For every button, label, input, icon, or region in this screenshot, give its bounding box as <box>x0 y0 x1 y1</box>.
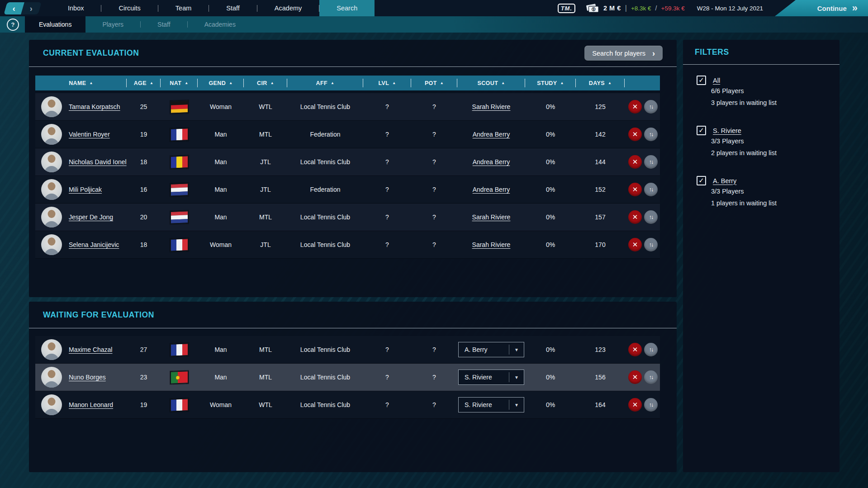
checkbox-s-riviere[interactable]: ✓ <box>697 126 706 135</box>
scout-link[interactable]: Andrea Berry <box>473 186 510 193</box>
player-name-link[interactable]: Nuno Borges <box>69 374 106 381</box>
player-row-tamara-korpatsch[interactable]: Tamara Korpatsch25WomanWTLLocal Tennis C… <box>35 93 660 121</box>
player-name-link[interactable]: Jesper De Jong <box>69 213 113 221</box>
days-value: 157 <box>576 213 625 221</box>
player-name-link[interactable]: Tamara Korpatsch <box>69 103 120 110</box>
column-header-name[interactable]: NAME▲ <box>35 76 127 90</box>
arrow-down-icon: ↓ <box>651 347 653 353</box>
avatar-body <box>44 409 59 415</box>
table-body: Tamara Korpatsch25WomanWTLLocal Tennis C… <box>35 93 660 259</box>
scout-link[interactable]: Andrea Berry <box>473 131 510 138</box>
subnav-tab-staff[interactable]: Staff <box>141 16 187 33</box>
player-name-link[interactable]: Valentin Royer <box>69 131 110 138</box>
column-header-lvl[interactable]: LVL▲ <box>363 76 411 90</box>
scout-dropdown[interactable]: S. Riviere▼ <box>458 370 524 385</box>
nav-tab-search[interactable]: Search <box>319 0 375 16</box>
remove-player-button[interactable]: ✕ <box>628 183 642 196</box>
affiliation-value: Local Tennis Club <box>287 241 363 248</box>
circuit-value: MTL <box>244 374 287 381</box>
column-header-days[interactable]: DAYS▲ <box>576 76 625 90</box>
player-row-manon-leonard[interactable]: Manon Leonard19WomanWTLLocal Tennis Club… <box>35 391 660 419</box>
nav-tab-staff[interactable]: Staff <box>209 0 257 16</box>
remove-player-button[interactable]: ✕ <box>628 128 642 141</box>
remove-player-button[interactable]: ✕ <box>628 398 642 412</box>
player-avatar <box>41 152 62 172</box>
remove-player-button[interactable]: ✕ <box>628 370 642 384</box>
potential-value: ? <box>411 186 457 193</box>
player-row-nuno-borges[interactable]: Nuno Borges23ManMTLLocal Tennis Club??S.… <box>35 364 660 391</box>
help-button[interactable]: ? <box>7 19 19 31</box>
scout-link[interactable]: Sarah Riviere <box>472 241 511 248</box>
remove-player-button[interactable]: ✕ <box>628 343 642 356</box>
reorder-button[interactable]: ↑↓ <box>644 183 658 196</box>
player-row-selena-janicijevic[interactable]: Selena Janicijevic18WomanJTLLocal Tennis… <box>35 231 660 259</box>
reorder-button[interactable]: ↑↓ <box>644 100 658 114</box>
subnav-tab-evaluations[interactable]: Evaluations <box>25 16 85 33</box>
player-row-jesper-de-jong[interactable]: Jesper De Jong20ManMTLLocal Tennis Club?… <box>35 204 660 231</box>
column-header-study[interactable]: STUDY▲ <box>525 76 576 90</box>
player-name-link[interactable]: Maxime Chazal <box>69 346 112 353</box>
checkbox-all[interactable]: ✓ <box>697 76 706 85</box>
nav-tab-circuits[interactable]: Circuits <box>101 0 157 16</box>
remove-player-button[interactable]: ✕ <box>628 100 642 114</box>
forward-button[interactable]: › <box>21 2 42 14</box>
scout-link[interactable]: Andrea Berry <box>473 158 510 166</box>
player-name-link[interactable]: Nicholas David Ionel <box>69 158 127 166</box>
scout-dropdown[interactable]: S. Riviere▼ <box>458 397 524 412</box>
filter-label-a-berry[interactable]: A. Berry <box>713 177 736 185</box>
reorder-button[interactable]: ↑↓ <box>644 210 658 224</box>
reorder-button[interactable]: ↑↓ <box>644 155 658 169</box>
dropdown-separator <box>509 400 509 410</box>
player-name-link[interactable]: Selena Janicijevic <box>69 241 119 248</box>
reorder-button[interactable]: ↑↓ <box>644 238 658 251</box>
column-header-cir[interactable]: CIR▲ <box>244 76 287 90</box>
row-actions: ✕↑↓ <box>625 210 660 224</box>
player-row-mili-poljicak[interactable]: Mili Poljicak16ManJTLFederation??Andrea … <box>35 176 660 204</box>
remove-player-button[interactable]: ✕ <box>628 238 642 251</box>
reorder-button[interactable]: ↑↓ <box>644 398 658 412</box>
player-name-link[interactable]: Mili Poljicak <box>69 186 102 193</box>
column-header-gend[interactable]: GEND▲ <box>198 76 244 90</box>
column-header-age[interactable]: AGE▲ <box>127 76 161 90</box>
column-header-pot[interactable]: POT▲ <box>411 76 457 90</box>
player-name-link[interactable]: Manon Leonard <box>69 401 113 408</box>
nav-tab-inbox[interactable]: Inbox <box>51 0 101 16</box>
reorder-button[interactable]: ↑↓ <box>644 370 658 384</box>
waiting-evaluation-table: Maxime Chazal27ManMTLLocal Tennis Club??… <box>35 336 660 419</box>
player-avatar <box>41 234 62 255</box>
nav-tab-team[interactable]: Team <box>158 0 209 16</box>
subnav-tab-players[interactable]: Players <box>85 16 140 33</box>
arrow-down-icon: ↓ <box>651 159 653 165</box>
reorder-button[interactable]: ↑↓ <box>644 343 658 356</box>
flag-fr <box>170 238 189 251</box>
player-row-nicholas-david-ionel[interactable]: Nicholas David Ionel18ManJTLLocal Tennis… <box>35 148 660 176</box>
subnav-tab-academies[interactable]: Academies <box>188 16 252 33</box>
flag-ro <box>170 155 189 169</box>
column-header-aff[interactable]: AFF▲ <box>287 76 363 90</box>
remove-player-button[interactable]: ✕ <box>628 155 642 169</box>
continue-button[interactable]: Continue » <box>775 0 868 16</box>
column-header-scout[interactable]: SCOUT▲ <box>457 76 525 90</box>
column-header-nat[interactable]: NAT▲ <box>161 76 198 90</box>
gender-value: Man <box>198 186 244 193</box>
checkbox-a-berry[interactable]: ✓ <box>697 176 706 185</box>
nav-tab-academy[interactable]: Academy <box>257 0 319 16</box>
flag-hr <box>170 183 189 196</box>
section-title-current: CURRENT EVALUATION <box>43 48 139 58</box>
scout-link[interactable]: Sarah Riviere <box>472 213 511 221</box>
player-row-maxime-chazal[interactable]: Maxime Chazal27ManMTLLocal Tennis Club??… <box>35 336 660 364</box>
reorder-button[interactable]: ↑↓ <box>644 128 658 141</box>
row-actions: ✕↑↓ <box>625 343 660 356</box>
filter-label-all[interactable]: All <box>713 77 720 84</box>
days-value: 144 <box>576 158 625 166</box>
scout-link[interactable]: Sarah Riviere <box>472 103 511 110</box>
age-value: 18 <box>127 158 161 166</box>
search-for-players-button[interactable]: Search for players › <box>584 46 663 61</box>
avatar-body <box>44 221 59 227</box>
chevron-down-icon: ▼ <box>509 403 524 407</box>
player-row-valentin-royer[interactable]: Valentin Royer19ManMTLFederation??Andrea… <box>35 121 660 148</box>
scout-dropdown[interactable]: A. Berry▼ <box>458 342 524 357</box>
arrow-down-icon: ↓ <box>651 187 653 193</box>
filter-label-s-riviere[interactable]: S. Riviere <box>713 127 741 134</box>
remove-player-button[interactable]: ✕ <box>628 210 642 224</box>
